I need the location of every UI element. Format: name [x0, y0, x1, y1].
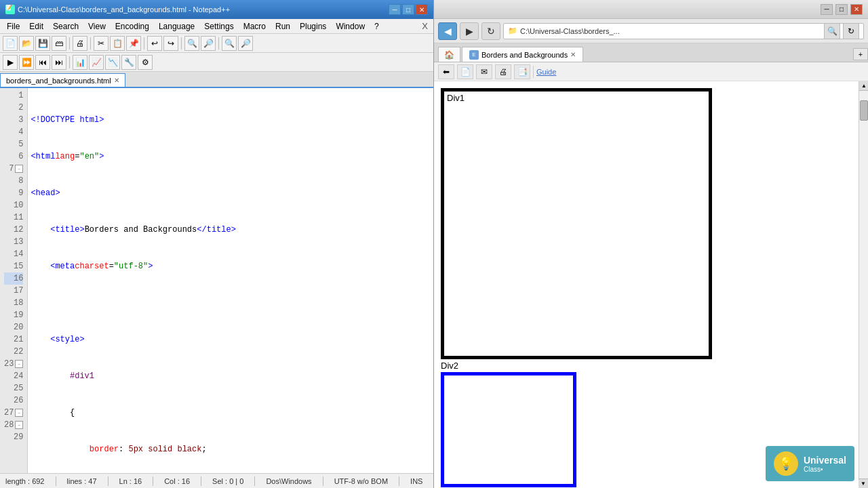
browser-active-tab[interactable]: E Borders and Backgrounds ✕ — [462, 47, 583, 62]
line-num-9: 9 — [4, 187, 23, 199]
scrollbar-up-arrow[interactable]: ▲ — [859, 81, 868, 91]
address-text[interactable]: C:\Universal-Class\borders_... — [520, 27, 821, 35]
browser-back-button[interactable]: ◀ — [438, 22, 457, 40]
code-editor[interactable]: <!DOCTYPE html> <html lang="en"> <head> … — [28, 88, 433, 473]
notepad-app-icon: 📝 — [5, 5, 15, 14]
code-line-10: border: 5px solid black; — [31, 443, 431, 455]
menu-close-x[interactable]: X — [419, 21, 431, 31]
line-num-19: 19 — [4, 309, 23, 321]
fold-7[interactable]: - — [15, 165, 23, 173]
browser-maximize[interactable]: □ — [835, 4, 848, 15]
browser-reload-button[interactable]: ↻ — [481, 22, 500, 40]
address-bar-container: 📁 C:\Universal-Class\borders_... 🔍 ↻ — [503, 23, 864, 39]
toolbar-btn-d[interactable]: ⏭ — [52, 55, 66, 70]
line-num-17: 17 — [4, 285, 23, 297]
menu-macro[interactable]: Macro — [239, 20, 270, 33]
watermark-name: Universal — [804, 455, 846, 466]
toolbar-undo[interactable]: ↩ — [147, 36, 162, 51]
menu-encoding[interactable]: Encoding — [111, 20, 153, 33]
browser-tools: ⬅ 📄 ✉ 🖨 📑 Guide — [438, 64, 556, 79]
status-sep-6 — [323, 476, 323, 486]
menu-file[interactable]: File — [3, 20, 24, 33]
menu-search[interactable]: Search — [49, 20, 83, 33]
browser-title-bar: ─ □ ✕ — [434, 0, 868, 19]
toolbar-zoom-in[interactable]: 🔍 — [222, 36, 237, 51]
toolbar-paste[interactable]: 📌 — [126, 36, 141, 51]
toolbar-save[interactable]: 💾 — [35, 36, 50, 51]
line-num-11: 11 — [4, 211, 23, 224]
fold-28[interactable]: - — [15, 421, 23, 429]
status-utf: UTF-8 w/o BOM — [334, 477, 388, 485]
browser-nav: ◀ ▶ ↻ 📁 C:\Universal-Class\borders_... 🔍… — [434, 19, 868, 43]
browser-close[interactable]: ✕ — [850, 4, 863, 15]
browser-minimize[interactable]: ─ — [821, 4, 833, 15]
browser-new-tab-button[interactable]: + — [853, 48, 868, 60]
universal-class-watermark: 💡 Universal Class• — [766, 446, 854, 481]
browser-scrollbar[interactable]: ▲ ▼ — [859, 81, 868, 488]
code-line-2: <html lang="en"> — [31, 150, 431, 163]
scrollbar-thumb[interactable] — [860, 100, 868, 121]
menu-help[interactable]: ? — [370, 20, 383, 33]
tab-close-icon[interactable]: ✕ — [114, 77, 119, 84]
browser-tool-back[interactable]: ⬅ — [438, 64, 454, 79]
toolbar-open[interactable]: 📂 — [19, 36, 34, 51]
title-controls: ─ □ ✕ — [389, 4, 428, 15]
menu-plugins[interactable]: Plugins — [296, 20, 330, 33]
line-num-18: 18 — [4, 297, 23, 309]
status-sep-7 — [399, 476, 399, 486]
tab-label: borders_and_backgrounds.html — [6, 77, 111, 85]
line-num-22: 22 — [4, 346, 23, 358]
menu-language[interactable]: Language — [155, 20, 199, 33]
toolbar-find[interactable]: 🔍 — [184, 36, 199, 51]
maximize-button[interactable]: □ — [402, 4, 414, 15]
browser-tool-copy[interactable]: 📑 — [514, 64, 530, 79]
browser-tool-page[interactable]: 📄 — [457, 64, 473, 79]
toolbar-btn-b[interactable]: ⏩ — [19, 55, 34, 70]
close-button[interactable]: ✕ — [416, 4, 428, 15]
toolbar-saveall[interactable]: 🗃 — [52, 36, 66, 51]
browser-tool-mail[interactable]: ✉ — [476, 64, 492, 79]
browser-tool-print[interactable]: 🖨 — [495, 64, 511, 79]
browser-tab-controls: + — [853, 48, 868, 60]
browser-tab-close-icon[interactable]: ✕ — [570, 51, 576, 58]
toolbar-btn-h[interactable]: 🔧 — [121, 55, 136, 70]
line-num-24: 24 — [4, 370, 23, 382]
toolbar-findreplace[interactable]: 🔎 — [201, 36, 216, 51]
menu-run[interactable]: Run — [271, 20, 294, 33]
toolbar-copy[interactable]: 📋 — [110, 36, 125, 51]
line-num-4: 4 — [4, 126, 23, 138]
browser-home-url[interactable]: Guide — [536, 68, 556, 76]
address-refresh-icon[interactable]: ↻ — [843, 23, 859, 39]
line-num-12: 12 — [4, 224, 23, 236]
browser-home-icon: 🏠 — [444, 50, 454, 60]
browser-home-btn[interactable]: 🏠 — [438, 47, 460, 62]
fold-27[interactable]: - — [15, 409, 23, 417]
fold-23[interactable]: - — [15, 360, 23, 368]
toolbar-row-2: ▶ ⏩ ⏮ ⏭ 📊 📈 📉 🔧 ⚙ — [0, 53, 433, 72]
menu-settings[interactable]: Settings — [200, 20, 237, 33]
tab-borders-bg[interactable]: borders_and_backgrounds.html ✕ — [0, 73, 125, 87]
toolbar-cut[interactable]: ✂ — [94, 36, 108, 51]
toolbar-redo[interactable]: ↪ — [163, 36, 178, 51]
menu-view[interactable]: View — [84, 20, 110, 33]
toolbar-new[interactable]: 📄 — [3, 36, 18, 51]
toolbar-btn-i[interactable]: ⚙ — [138, 55, 153, 70]
line-num-10: 10 — [4, 199, 23, 211]
menu-window[interactable]: Window — [332, 20, 369, 33]
line-num-14: 14 — [4, 248, 23, 260]
toolbar-print[interactable]: 🖨 — [73, 36, 87, 51]
toolbar-zoom-out[interactable]: 🔎 — [238, 36, 253, 51]
code-line-4: <title>Borders and Backgrounds</title> — [31, 224, 431, 236]
notepad-title-bar: 📝 C:\Universal-Class\borders_and_backgro… — [0, 0, 433, 19]
toolbar-btn-g[interactable]: 📉 — [105, 55, 120, 70]
toolbar-btn-e[interactable]: 📊 — [73, 55, 87, 70]
address-search-icon[interactable]: 🔍 — [824, 23, 840, 39]
toolbar-btn-c[interactable]: ⏮ — [35, 55, 50, 70]
minimize-button[interactable]: ─ — [389, 4, 401, 15]
status-sep-5 — [254, 476, 255, 486]
scrollbar-down-arrow[interactable]: ▼ — [859, 479, 868, 488]
toolbar-btn-a[interactable]: ▶ — [3, 55, 18, 70]
menu-edit[interactable]: Edit — [25, 20, 47, 33]
toolbar-btn-f[interactable]: 📈 — [89, 55, 104, 70]
browser-forward-button[interactable]: ▶ — [460, 22, 479, 40]
